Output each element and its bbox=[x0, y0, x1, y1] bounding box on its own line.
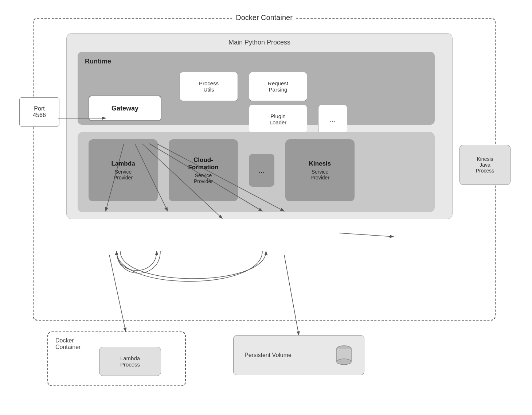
plugin-loader-label: PluginLoader bbox=[270, 113, 287, 125]
persistent-volume-label: Persistent Volume bbox=[245, 352, 292, 358]
runtime-box: Runtime Gateway ProcessUtils RequestPars… bbox=[78, 52, 435, 125]
ellipsis-runtime-label: ... bbox=[330, 115, 336, 124]
runtime-label: Runtime bbox=[85, 58, 111, 65]
gateway-label: Gateway bbox=[112, 105, 138, 112]
lambda-process-label: LambdaProcess bbox=[120, 355, 140, 368]
lambda-provider-title: Lambda bbox=[111, 160, 135, 167]
persistent-volume-box: Persistent Volume bbox=[233, 335, 364, 375]
kinesis-title: Kinesis bbox=[309, 160, 331, 167]
main-python-process: Main Python Process Runtime Gateway Proc… bbox=[66, 33, 453, 219]
port-label: Port4566 bbox=[33, 105, 46, 119]
request-parsing-box: RequestParsing bbox=[249, 72, 307, 101]
port-box: Port4566 bbox=[19, 97, 59, 127]
cloudformation-sub: ServiceProvider bbox=[194, 172, 213, 184]
request-parsing-label: RequestParsing bbox=[268, 80, 288, 93]
providers-area: Lambda ServiceProvider Cloud-Formation S… bbox=[78, 132, 435, 212]
gateway-box: Gateway bbox=[89, 96, 161, 121]
kinesis-provider-box: Kinesis ServiceProvider bbox=[285, 139, 355, 201]
cloudformation-title: Cloud-Formation bbox=[188, 156, 218, 171]
cloudformation-provider-box: Cloud-Formation ServiceProvider bbox=[169, 139, 238, 201]
cylinder-icon bbox=[335, 344, 353, 366]
ellipsis-runtime-box: ... bbox=[318, 105, 347, 134]
process-utils-box: ProcessUtils bbox=[180, 72, 238, 101]
plugin-loader-box: PluginLoader bbox=[249, 105, 307, 134]
ellipsis-provider-label: ... bbox=[259, 166, 265, 175]
diagram-root: Docker Container Main Python Process Run… bbox=[29, 14, 503, 401]
kinesis-java-label: KinesisJavaProcess bbox=[476, 156, 494, 174]
process-utils-label: ProcessUtils bbox=[199, 80, 219, 93]
docker-outer-container: Docker Container Main Python Process Run… bbox=[33, 18, 496, 321]
docker-outer-label: Docker Container bbox=[232, 13, 296, 22]
ellipsis-provider-box: ... bbox=[249, 154, 274, 187]
lambda-provider-sub: ServiceProvider bbox=[114, 169, 133, 181]
lambda-provider-box: Lambda ServiceProvider bbox=[89, 139, 158, 201]
docker-lambda-label: DockerContainer bbox=[55, 337, 81, 350]
kinesis-java-box: KinesisJavaProcess bbox=[459, 145, 511, 185]
docker-lambda-container: DockerContainer LambdaProcess bbox=[47, 331, 186, 386]
kinesis-sub: ServiceProvider bbox=[310, 169, 329, 181]
main-python-label: Main Python Process bbox=[228, 39, 290, 46]
svg-point-2 bbox=[337, 359, 351, 365]
lambda-process-box: LambdaProcess bbox=[99, 347, 161, 376]
